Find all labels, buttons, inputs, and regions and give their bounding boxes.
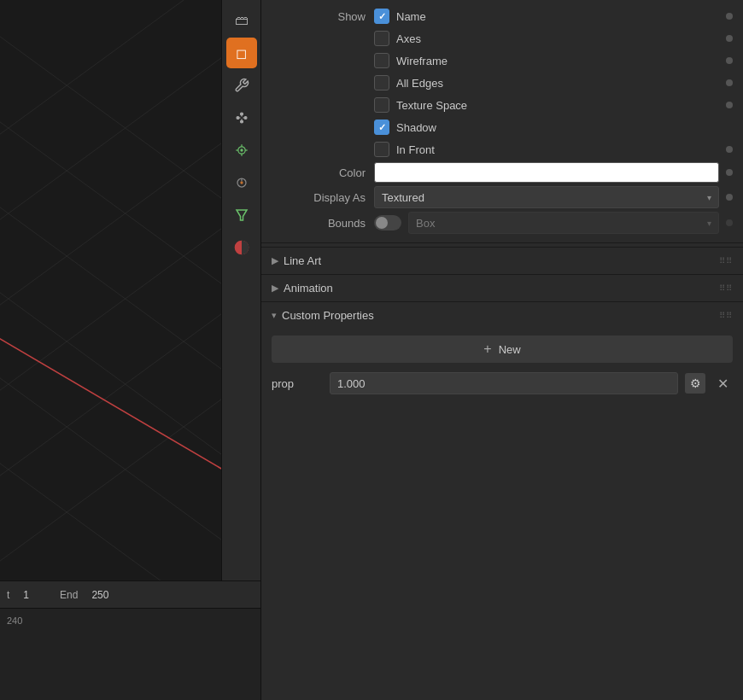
toolbar-object-btn[interactable]: ◻	[226, 38, 257, 68]
custom-properties-dots-icon: ⠿⠿	[719, 311, 733, 320]
custom-prop-value-text: 1.000	[337, 377, 366, 390]
close-icon: ✕	[717, 376, 728, 392]
timeline: t 1 End 250 240	[0, 580, 260, 700]
custom-prop-name: prop	[272, 377, 323, 390]
svg-point-16	[240, 120, 243, 123]
name-dot	[726, 13, 733, 20]
new-button-label: New	[499, 343, 521, 356]
checkbox-shadow[interactable]	[374, 120, 389, 135]
gear-icon: ⚙	[690, 376, 701, 390]
animation-title: Animation	[284, 282, 719, 295]
shadow-dot	[726, 124, 733, 131]
display-as-dropdown[interactable]: Textured ▾	[374, 186, 719, 208]
svg-marker-30	[237, 210, 247, 220]
wireframe-dot	[726, 57, 733, 64]
display-as-value: Textured	[382, 191, 424, 204]
checkbox-texture-space[interactable]	[374, 97, 389, 113]
toolbar-hook-btn[interactable]	[226, 167, 257, 198]
svg-point-28	[240, 181, 243, 184]
bounds-dot	[726, 219, 733, 226]
animation-section-header[interactable]: ▶ Animation ⠿⠿	[261, 274, 743, 301]
properties-panel: Show Name Axes Wireframe	[260, 0, 743, 700]
custom-prop-close-button[interactable]: ✕	[712, 373, 733, 394]
custom-properties-section-header[interactable]: ▾ Custom Properties ⠿⠿	[261, 301, 743, 329]
toolbar-scatter-btn[interactable]	[226, 102, 257, 133]
in-front-dot	[726, 146, 733, 153]
svg-point-13	[237, 117, 239, 120]
checkbox-axes[interactable]	[374, 31, 389, 46]
new-button[interactable]: + New	[272, 335, 733, 363]
color-row: Color	[261, 160, 743, 184]
animation-chevron-icon: ▶	[272, 283, 278, 294]
bounds-dropdown-value: Box	[416, 217, 435, 230]
bounds-toggle[interactable]	[374, 215, 401, 230]
checkbox-all-edges[interactable]	[374, 75, 389, 90]
checkbox-shadow-label: Shadow	[396, 121, 436, 134]
svg-point-22	[240, 149, 243, 151]
display-as-arrow-icon: ▾	[707, 193, 711, 202]
show-name-row: Show Name	[261, 5, 743, 27]
axes-dot	[726, 35, 733, 42]
timeline-end-label: End	[60, 589, 78, 601]
timeline-header: t 1 End 250	[0, 581, 260, 609]
checkbox-texture-space-label: Texture Space	[396, 99, 467, 112]
custom-prop-gear-button[interactable]: ⚙	[685, 373, 705, 394]
timeline-end-frame[interactable]: 250	[91, 589, 108, 601]
toolbar-filter-btn[interactable]	[226, 200, 257, 230]
checkbox-wireframe-label: Wireframe	[396, 55, 448, 67]
viewport: 🗃 ◻	[0, 0, 260, 700]
custom-prop-row: prop 1.000 ⚙ ✕	[261, 370, 743, 397]
separator-1	[261, 242, 743, 243]
color-label: Color	[272, 166, 374, 179]
checkbox-all-edges-label: All Edges	[396, 77, 443, 90]
bounds-dropdown-arrow-icon: ▾	[707, 219, 711, 228]
all-edges-dot	[726, 79, 733, 86]
texture-space-dot	[726, 102, 733, 108]
show-shadow-row: Shadow	[261, 116, 743, 138]
display-as-row: Display As Textured ▾	[261, 184, 743, 210]
plus-icon: +	[483, 341, 491, 357]
line-art-dots-icon: ⠿⠿	[719, 256, 733, 265]
display-as-label: Display As	[272, 191, 374, 204]
color-dot	[726, 169, 733, 176]
show-wireframe-row: Wireframe	[261, 50, 743, 72]
show-texture-space-row: Texture Space	[261, 94, 743, 116]
custom-prop-value-field[interactable]: 1.000	[330, 372, 678, 394]
toolbar-archive-btn[interactable]: 🗃	[226, 5, 257, 36]
bounds-row: Bounds Box ▾	[261, 210, 743, 236]
bounds-toggle-knob	[376, 217, 388, 229]
checkbox-name-label: Name	[396, 10, 426, 23]
line-art-chevron-icon: ▶	[272, 255, 278, 266]
timeline-body: 240	[0, 609, 260, 633]
checkbox-wireframe[interactable]	[374, 53, 389, 68]
checkbox-axes-label: Axes	[396, 32, 421, 45]
toolbar-particles-btn[interactable]	[226, 135, 257, 166]
checkbox-in-front[interactable]	[374, 142, 389, 157]
svg-point-14	[240, 113, 243, 115]
timeline-current-frame[interactable]: 1	[23, 589, 29, 601]
svg-point-15	[244, 117, 247, 120]
checkbox-name[interactable]	[374, 9, 389, 24]
toolbar-render-btn[interactable]	[226, 232, 257, 263]
animation-dots-icon: ⠿⠿	[719, 283, 733, 293]
display-as-dot	[726, 194, 733, 201]
toolbar-wrench-btn[interactable]	[226, 70, 257, 101]
color-swatch[interactable]	[374, 162, 719, 183]
show-label: Show	[272, 10, 374, 23]
bounds-dropdown[interactable]: Box ▾	[408, 212, 719, 234]
custom-properties-title: Custom Properties	[282, 309, 719, 322]
line-art-title: Line Art	[284, 254, 719, 267]
line-art-section-header[interactable]: ▶ Line Art ⠿⠿	[261, 247, 743, 274]
show-in-front-row: In Front	[261, 138, 743, 160]
checkbox-in-front-label: In Front	[396, 143, 435, 156]
show-axes-row: Axes	[261, 27, 743, 50]
custom-properties-chevron-icon: ▾	[272, 310, 277, 321]
sidebar-toolbar: 🗃 ◻	[221, 0, 260, 580]
show-all-edges-row: All Edges	[261, 72, 743, 94]
timeline-t-label: t	[7, 589, 9, 601]
bounds-label: Bounds	[272, 217, 374, 230]
timeline-display-frame: 240	[7, 615, 22, 626]
